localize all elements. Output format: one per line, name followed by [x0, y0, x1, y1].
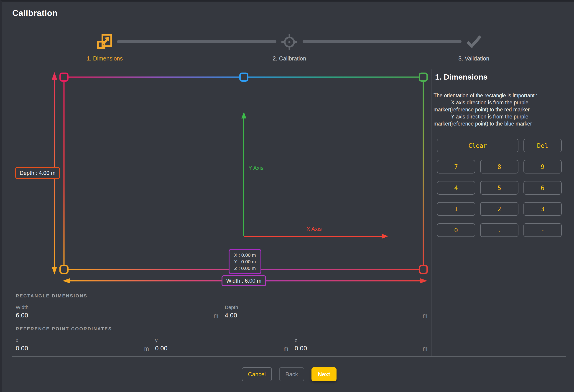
marker-bottom-right[interactable]	[419, 266, 427, 273]
y-axis-label: Y Axis	[248, 165, 264, 171]
numpad-key-0[interactable]: 0	[437, 223, 475, 237]
width-arrow-right-head	[420, 278, 427, 283]
reference-point-x: X : 0.00 m	[229, 252, 261, 258]
y-axis-arrow-head	[241, 112, 246, 118]
x-field-value[interactable]: 0.00	[16, 345, 28, 352]
y-field-value[interactable]: 0.00	[155, 345, 167, 352]
numpad-key-2[interactable]: 2	[480, 202, 518, 216]
numpad-key-3[interactable]: 3	[523, 202, 562, 216]
x-field-unit: m	[144, 345, 149, 352]
numpad-key-8[interactable]: 8	[480, 160, 518, 173]
reference-point-heading: REFERENCE POINT COORDINATES	[16, 326, 112, 332]
numpad-key-1[interactable]: 1	[437, 202, 475, 216]
calibration-window: Calibration 1. Dimensions 2. Calibration…	[0, 0, 574, 392]
next-button[interactable]: Next	[311, 367, 337, 381]
numpad-key-5[interactable]: 5	[480, 181, 518, 195]
depth-field-value[interactable]: 4.00	[225, 312, 237, 319]
rectangle-dimensions-heading: RECTANGLE DIMENSIONS	[16, 293, 87, 299]
numpad-clear-button[interactable]: Clear	[437, 139, 518, 152]
numpad-key-minus[interactable]: -	[523, 223, 562, 237]
reference-point-y: Y : 0.00 m	[229, 258, 261, 265]
depth-measure-label: Depth : 4.00 m	[15, 167, 60, 179]
numpad: Clear Del 7 8 9 4 5 6 1 2 3 0 . -	[437, 139, 562, 237]
marker-bottom-left[interactable]	[60, 266, 68, 273]
back-button[interactable]: Back	[279, 367, 304, 381]
numpad-key-6[interactable]: 6	[523, 181, 562, 195]
width-field-unit: m	[214, 312, 218, 319]
panel-heading: 1. Dimensions	[435, 73, 488, 81]
x-axis-arrow-head	[382, 234, 388, 239]
numpad-del-button[interactable]: Del	[523, 139, 562, 152]
depth-field-unit: m	[423, 312, 427, 319]
marker-top-right[interactable]	[419, 73, 427, 81]
width-arrow-left-head	[63, 278, 70, 283]
z-field-unit: m	[423, 345, 427, 352]
depth-arrow-up-head	[52, 72, 57, 80]
depth-arrow-down-head	[52, 267, 57, 274]
reference-point-box: X : 0.00 m Y : 0.00 m Z : 0.00 m	[229, 249, 261, 274]
y-field-unit: m	[284, 345, 288, 352]
cancel-button[interactable]: Cancel	[242, 367, 272, 381]
z-field-value[interactable]: 0.00	[295, 345, 307, 352]
numpad-key-7[interactable]: 7	[437, 160, 475, 173]
numpad-key-dot[interactable]: .	[480, 223, 518, 237]
panel-description: The orientation of the rectangle is impo…	[433, 92, 559, 127]
numpad-key-4[interactable]: 4	[437, 181, 475, 195]
x-axis-label: X Axis	[307, 226, 322, 232]
marker-top-left[interactable]	[60, 73, 68, 81]
numpad-key-9[interactable]: 9	[523, 160, 562, 173]
width-field-value[interactable]: 6.00	[16, 312, 28, 319]
reference-point-z: Z : 0.00 m	[229, 265, 261, 272]
width-measure-label: Width : 6.00 m	[222, 275, 266, 286]
marker-top-middle[interactable]	[240, 73, 248, 81]
